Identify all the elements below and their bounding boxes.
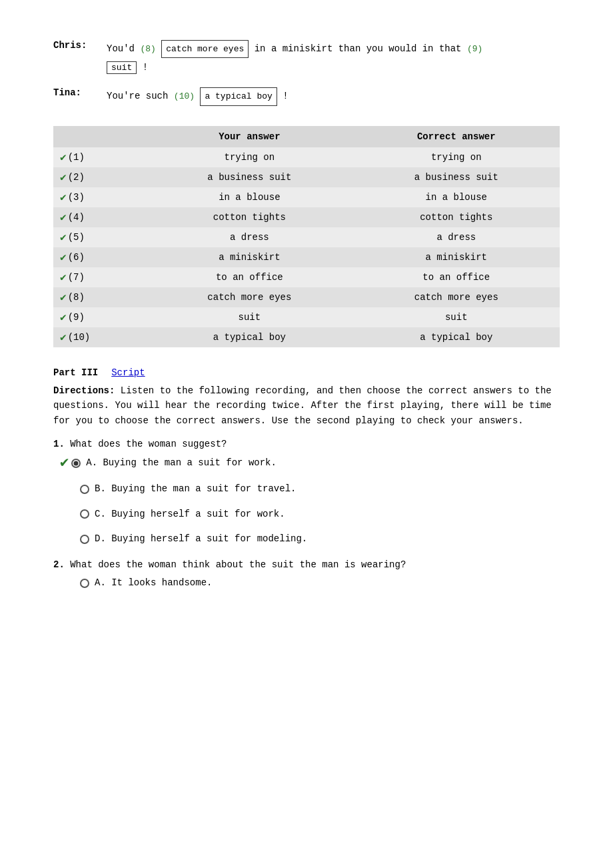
table-row-your: cotton tights xyxy=(146,207,352,227)
tina-punct: ! xyxy=(283,91,288,101)
table-row-num: ✔(3) xyxy=(53,187,146,207)
tina-num10: (10) xyxy=(174,91,195,101)
row-num: (9) xyxy=(68,312,85,323)
check-icon: ✔ xyxy=(60,151,67,164)
table-col1 xyxy=(53,126,146,147)
radio-button[interactable] xyxy=(80,579,89,588)
option-row-1-1: ✔ A. Buying the man a suit for work. xyxy=(53,456,560,471)
row-num: (5) xyxy=(68,232,85,243)
table-row-your: to an office xyxy=(146,267,352,287)
question-2: 2. What does the woman think about the s… xyxy=(53,559,560,590)
radio-button[interactable] xyxy=(80,535,89,544)
check-icon: ✔ xyxy=(60,251,67,264)
table-row-correct: in a blouse xyxy=(353,187,560,207)
table-row-num: ✔(5) xyxy=(53,227,146,247)
table-row-your: a dress xyxy=(146,227,352,247)
option-text: D. Buying herself a suit for modeling. xyxy=(95,533,307,546)
table-row-your: suit xyxy=(146,307,352,327)
part3-header: Part III Script xyxy=(53,367,560,378)
script-link[interactable]: Script xyxy=(111,367,145,378)
table-row-correct: suit xyxy=(353,307,560,327)
table-row-num: ✔(7) xyxy=(53,267,146,287)
table-row-num: ✔(9) xyxy=(53,307,146,327)
check-icon: ✔ xyxy=(60,271,67,284)
chris-speaker: Chris: xyxy=(53,40,100,51)
table-col2: Your answer xyxy=(146,126,352,147)
option-text: B. Buying the man a suit for travel. xyxy=(95,483,296,496)
check-icon: ✔ xyxy=(60,291,67,304)
correct-check-icon: ✔ xyxy=(60,456,69,471)
question-1: 1. What does the woman suggest? ✔ A. Buy… xyxy=(53,439,560,546)
table-row-num: ✔(10) xyxy=(53,327,146,347)
check-icon: ✔ xyxy=(60,231,67,244)
table-row-your: in a blouse xyxy=(146,187,352,207)
chris-box8: catch more eyes xyxy=(161,40,249,58)
table-row-your: trying on xyxy=(146,147,352,167)
part3-title: Part III xyxy=(53,367,98,378)
table-row-num: ✔(6) xyxy=(53,247,146,267)
directions-text: Listen to the following recording, and t… xyxy=(53,385,552,426)
question-num: 2. xyxy=(53,559,65,570)
option-text: A. Buying the man a suit for work. xyxy=(86,457,277,470)
row-num: (4) xyxy=(68,212,85,223)
option-row-1-4: D. Buying herself a suit for modeling. xyxy=(53,533,560,546)
table-row-your: catch more eyes xyxy=(146,287,352,307)
option-row-1-3: C. Buying herself a suit for work. xyxy=(53,508,560,521)
chris-text-mid: in a miniskirt than you would in that xyxy=(255,43,462,54)
table-row-correct: a typical boy xyxy=(353,327,560,347)
radio-button[interactable] xyxy=(71,459,81,468)
table-row-correct: to an office xyxy=(353,267,560,287)
question-text: 1. What does the woman suggest? xyxy=(53,439,560,449)
table-row-correct: cotton tights xyxy=(353,207,560,227)
table-row-your: a typical boy xyxy=(146,327,352,347)
table-row-num: ✔(1) xyxy=(53,147,146,167)
directions: Directions: Listen to the following reco… xyxy=(53,383,560,428)
tina-text: You're such (10) a typical boy ! xyxy=(107,87,560,105)
table-row-num: ✔(8) xyxy=(53,287,146,307)
radio-button[interactable] xyxy=(80,509,89,519)
row-num: (2) xyxy=(68,172,85,183)
table-row-your: a miniskirt xyxy=(146,247,352,267)
option-row-1-2: B. Buying the man a suit for travel. xyxy=(53,483,560,496)
table-row-correct: a miniskirt xyxy=(353,247,560,267)
chris-line: Chris: You'd (8) catch more eyes in a mi… xyxy=(53,40,560,58)
check-icon: ✔ xyxy=(60,191,67,204)
table-row-num: ✔(4) xyxy=(53,207,146,227)
chris-box9: suit xyxy=(107,61,137,74)
option-text: A. It looks handsome. xyxy=(95,577,212,590)
row-num: (1) xyxy=(68,152,85,163)
row-num: (7) xyxy=(68,272,85,283)
tina-line: Tina: You're such (10) a typical boy ! xyxy=(53,87,560,105)
dialogue-section: Chris: You'd (8) catch more eyes in a mi… xyxy=(53,40,560,106)
question-num: 1. xyxy=(53,439,65,449)
table-row-correct: catch more eyes xyxy=(353,287,560,307)
table-row-your: a business suit xyxy=(146,167,352,187)
chris-num9: (9) xyxy=(467,44,482,54)
option-text: C. Buying herself a suit for work. xyxy=(95,508,285,521)
row-num: (3) xyxy=(68,192,85,203)
chris-punct: ! xyxy=(143,62,148,73)
tina-speaker: Tina: xyxy=(53,87,100,98)
questions-container: 1. What does the woman suggest? ✔ A. Buy… xyxy=(53,439,560,589)
check-icon: ✔ xyxy=(60,211,67,224)
question-text: 2. What does the woman think about the s… xyxy=(53,559,560,570)
chris-text-before-8: You'd xyxy=(107,43,135,54)
chris-second-line: suit ! xyxy=(53,61,560,74)
table-row-correct: trying on xyxy=(353,147,560,167)
table-row-num: ✔(2) xyxy=(53,167,146,187)
chris-num8: (8) xyxy=(140,44,155,54)
check-icon: ✔ xyxy=(60,331,67,344)
chris-text: You'd (8) catch more eyes in a miniskirt… xyxy=(107,40,560,58)
table-row-correct: a business suit xyxy=(353,167,560,187)
option-row-2-1: A. It looks handsome. xyxy=(53,577,560,590)
row-num: (8) xyxy=(68,292,85,303)
tina-text-before-10: You're such xyxy=(107,91,168,101)
check-icon: ✔ xyxy=(60,311,67,324)
directions-label: Directions: xyxy=(53,385,115,396)
radio-button[interactable] xyxy=(80,485,89,494)
row-num: (6) xyxy=(68,252,85,263)
table-row-correct: a dress xyxy=(353,227,560,247)
tina-box10: a typical boy xyxy=(200,87,277,105)
table-col3: Correct answer xyxy=(353,126,560,147)
check-icon: ✔ xyxy=(60,171,67,184)
